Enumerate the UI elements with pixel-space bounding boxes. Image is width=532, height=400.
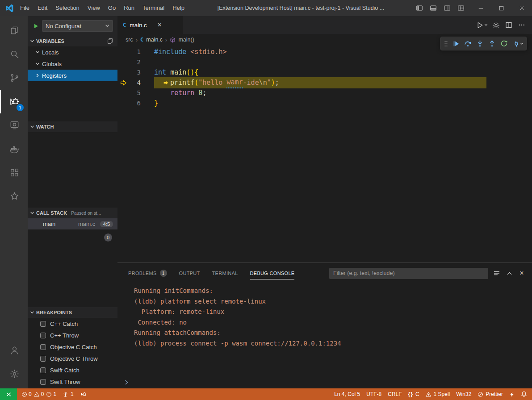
- menu-view[interactable]: View: [84, 3, 104, 13]
- close-button[interactable]: [511, 0, 532, 16]
- chevron-down-icon[interactable]: [520, 42, 525, 46]
- breadcrumb-symbol[interactable]: main(): [178, 37, 194, 43]
- drag-handle-icon[interactable]: [442, 40, 450, 48]
- menu-terminal[interactable]: Terminal: [138, 3, 168, 13]
- menu-run[interactable]: Run: [120, 3, 138, 13]
- checkbox[interactable]: [40, 356, 46, 362]
- tab-main-c[interactable]: C main.c ×: [117, 16, 183, 34]
- debug-config-select[interactable]: No Configurat: [42, 20, 113, 32]
- status-lightning[interactable]: [506, 388, 518, 400]
- breakpoint-item[interactable]: C++ Throw: [28, 329, 117, 341]
- variables-section-header[interactable]: VARIABLES: [28, 36, 117, 46]
- status-prettier[interactable]: Prettier: [474, 388, 506, 400]
- call-stack-frame[interactable]: main main.c 4:5: [28, 218, 117, 229]
- checkbox[interactable]: [40, 344, 46, 350]
- more-actions-icon[interactable]: [517, 20, 527, 30]
- variables-item-globals[interactable]: Globals: [28, 58, 117, 70]
- menu-edit[interactable]: Edit: [34, 3, 51, 13]
- status-eol[interactable]: CRLF: [385, 388, 405, 400]
- status-spell-checker[interactable]: 1 Spell: [423, 388, 453, 400]
- checkbox[interactable]: [40, 367, 46, 373]
- problems-indicator[interactable]: 0 0 1: [18, 388, 59, 400]
- run-file-button[interactable]: [476, 20, 488, 30]
- activity-star[interactable]: [0, 184, 28, 208]
- step-over-button[interactable]: [462, 38, 474, 50]
- checkbox[interactable]: [40, 379, 46, 385]
- activity-account[interactable]: [0, 338, 28, 362]
- maximize-panel-icon[interactable]: [504, 268, 514, 278]
- maximize-button[interactable]: [491, 0, 511, 16]
- close-panel-icon[interactable]: ×: [517, 268, 527, 278]
- debug-console-output[interactable]: Running initCommands:(lldb) platform sel…: [117, 283, 532, 376]
- activity-search[interactable]: [0, 42, 28, 66]
- breadcrumb-folder[interactable]: src: [126, 37, 133, 43]
- console-filter-input[interactable]: [329, 268, 488, 279]
- status-notifications[interactable]: [518, 388, 530, 400]
- menu-help[interactable]: Help: [168, 3, 189, 13]
- debug-status-item[interactable]: [77, 388, 89, 400]
- step-into-button[interactable]: [474, 38, 486, 50]
- menu-go[interactable]: Go: [104, 3, 120, 13]
- menu-selection[interactable]: Selection: [51, 3, 83, 13]
- start-debugging-icon[interactable]: [33, 23, 39, 29]
- breadcrumb-file[interactable]: main.c: [146, 37, 163, 43]
- status-cursor-position[interactable]: Ln 4, Col 5: [331, 388, 363, 400]
- restart-button[interactable]: [498, 38, 510, 50]
- continue-button[interactable]: [450, 38, 462, 50]
- activity-bar: 1: [0, 16, 28, 388]
- panel-tab-debug-console[interactable]: DEBUG CONSOLE: [250, 263, 295, 283]
- copy-icon[interactable]: [107, 38, 113, 44]
- breakpoint-item[interactable]: Objective C Throw: [28, 353, 117, 364]
- checkbox[interactable]: [40, 321, 46, 327]
- chevron-right-icon: ›: [165, 37, 167, 43]
- breakpoint-item[interactable]: Swift Throw: [28, 376, 117, 388]
- toggle-panel-icon[interactable]: [427, 2, 439, 14]
- breakpoint-item[interactable]: Swift Catch: [28, 364, 117, 376]
- activity-remote-explorer[interactable]: [0, 113, 28, 137]
- customize-layout-icon[interactable]: [455, 2, 467, 14]
- gear-icon[interactable]: [491, 20, 501, 30]
- close-tab-icon[interactable]: ×: [158, 21, 162, 29]
- activity-source-control[interactable]: [0, 66, 28, 90]
- activity-docker[interactable]: [0, 137, 28, 161]
- status-encoding[interactable]: UTF-8: [363, 388, 385, 400]
- activity-explorer[interactable]: [0, 19, 28, 42]
- step-into-icon: [476, 40, 484, 47]
- toggle-secondary-sidebar-icon[interactable]: [441, 2, 453, 14]
- breakpoint-item[interactable]: Objective C Catch: [28, 341, 117, 353]
- remote-indicator[interactable]: [0, 388, 17, 400]
- status-language-mode[interactable]: {}C: [405, 388, 423, 400]
- panel-header: PROBLEMS 1 OUTPUT TERMINAL DEBUG CONSOLE…: [117, 263, 532, 283]
- watch-list: [28, 132, 117, 208]
- breakpoints-section-header[interactable]: BREAKPOINTS: [28, 307, 117, 318]
- variables-item-registers[interactable]: Registers: [28, 70, 117, 81]
- debug-console-input[interactable]: [117, 376, 532, 388]
- code-line-2[interactable]: 2: [117, 57, 532, 67]
- console-line: Platform: remote-linux: [134, 307, 532, 317]
- split-editor-icon[interactable]: [504, 20, 514, 30]
- activity-settings[interactable]: [0, 362, 28, 386]
- activity-run-and-debug[interactable]: 1: [0, 90, 28, 113]
- panel-tab-output[interactable]: OUTPUT: [179, 263, 200, 283]
- status-bar: 0 0 1 1 Ln 4, Col 5UTF-8CRLF{}C1 SpellWi…: [0, 388, 532, 400]
- menu-file[interactable]: File: [16, 3, 34, 13]
- code-line-3[interactable]: 3int main(){: [117, 67, 532, 78]
- checkbox[interactable]: [40, 333, 46, 338]
- status-platform[interactable]: Win32: [453, 388, 474, 400]
- activity-extensions[interactable]: [0, 161, 28, 184]
- code-editor[interactable]: 1#include <stdio.h>23int main(){4printf(…: [117, 46, 532, 262]
- filter-lines-icon[interactable]: [492, 268, 502, 278]
- code-line-5[interactable]: 5 return 0;: [117, 88, 532, 98]
- panel-tab-problems[interactable]: PROBLEMS 1: [128, 263, 167, 283]
- variables-item-locals[interactable]: Locals: [28, 46, 117, 58]
- watch-section-header[interactable]: WATCH: [28, 121, 117, 132]
- code-line-6[interactable]: 6}: [117, 98, 532, 108]
- code-line-4[interactable]: 4printf("hello wamr-ide\n");: [117, 78, 532, 88]
- minimize-button[interactable]: [470, 0, 491, 16]
- toggle-sidebar-icon[interactable]: [413, 2, 425, 14]
- call-stack-section-header[interactable]: CALL STACK Paused on st...: [28, 208, 117, 218]
- step-out-button[interactable]: [486, 38, 498, 50]
- breakpoint-item[interactable]: C++ Catch: [28, 318, 117, 329]
- ports-indicator[interactable]: 1: [59, 388, 77, 400]
- panel-tab-terminal[interactable]: TERMINAL: [212, 263, 238, 283]
